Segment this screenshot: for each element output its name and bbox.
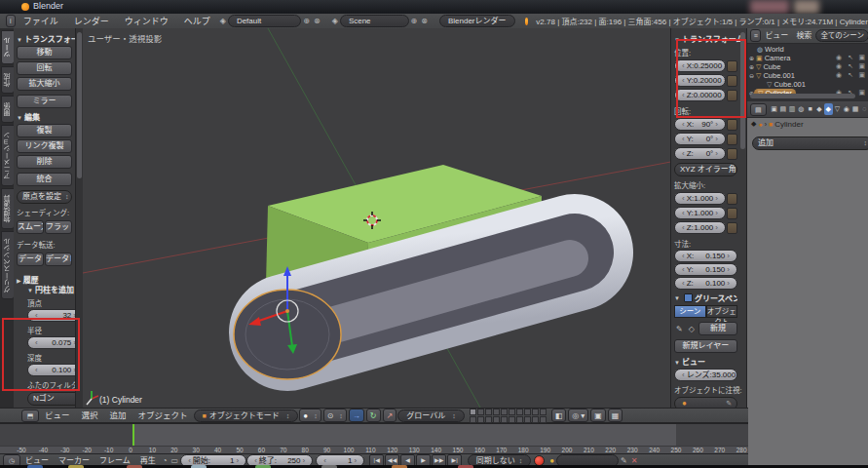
layer-cell[interactable] — [493, 409, 500, 415]
new-layer-button[interactable]: 新規レイヤー — [674, 339, 737, 353]
layer-cell[interactable] — [477, 409, 484, 415]
layer-cell[interactable] — [470, 416, 476, 423]
hide-icon[interactable]: ◉ — [836, 71, 842, 79]
toolshelf-tab-physics[interactable]: 物理演算 — [1, 188, 15, 229]
expand-icon[interactable]: ⊕ — [749, 55, 754, 61]
grease-pencil-header[interactable]: ▼グリースペンシルレイ — [674, 292, 737, 303]
toolshelf-tab-tools[interactable]: ツール — [1, 30, 15, 64]
toolshelf-tab-grease-pencil[interactable]: グリースペンシル — [1, 231, 15, 299]
add-cylinder-header[interactable]: ▼円柱を追加 — [27, 284, 76, 294]
translate-button[interactable]: 移動 — [17, 46, 72, 59]
render-restrict-icon[interactable]: ▣ — [858, 62, 865, 70]
view-menu[interactable]: ビュー — [39, 409, 76, 422]
layer-cell[interactable] — [485, 416, 492, 423]
edit-panel-header[interactable]: ▼編集 — [17, 111, 72, 122]
snap-toggle[interactable]: ◎▾ — [568, 409, 588, 422]
set-origin-select[interactable]: 原点を設定↕ — [17, 190, 72, 204]
grease-object-tab[interactable]: オブジェクト — [706, 305, 738, 318]
location-y-field[interactable]: Y:0.20000 — [674, 74, 726, 87]
frame-lock-icon[interactable]: ▭ — [170, 456, 181, 465]
layer-cell[interactable] — [516, 416, 523, 423]
properties-editor-icon[interactable]: ▤ — [750, 103, 767, 116]
render-restrict-icon[interactable]: ▣ — [858, 54, 865, 61]
outliner-view-menu[interactable]: ビュー — [761, 29, 792, 43]
shading-select[interactable]: ●↕ — [299, 409, 321, 422]
scale-button[interactable]: 拡大縮小 — [17, 77, 72, 91]
outliner-display-select[interactable]: 全てのシーン — [815, 29, 868, 42]
lock-icon[interactable] — [727, 134, 737, 145]
object-tab-icon[interactable]: ■ — [806, 103, 814, 115]
scene-icon[interactable]: ◈ — [330, 17, 340, 25]
timeline-editor[interactable]: -50-40-30-20-100102030405060708090100110… — [0, 423, 748, 466]
npanel-scrollbar[interactable] — [740, 32, 745, 149]
outliner-editor-icon[interactable]: ≡ — [750, 29, 761, 42]
layer-cell[interactable] — [532, 416, 539, 423]
grease-scene-tab[interactable]: シーン — [674, 305, 706, 318]
layer-cell[interactable] — [501, 416, 508, 423]
outliner-item-cube001-data[interactable]: ▽Cube.001 — [749, 80, 867, 89]
rotation-x-field[interactable]: X:90° — [674, 118, 726, 131]
editor-type-icon[interactable]: i — [6, 15, 16, 27]
menu-render[interactable]: レンダー — [66, 15, 117, 28]
modifiers-tab-icon[interactable]: ◆ — [824, 103, 833, 115]
orientation-select[interactable]: グローバル↕ — [397, 410, 464, 422]
layer-cell[interactable] — [540, 409, 547, 415]
location-x-field[interactable]: X:0.25000 — [674, 59, 726, 72]
render-opengl-anim-button[interactable]: ▦ — [608, 409, 623, 422]
select-menu[interactable]: 選択 — [76, 409, 104, 422]
outliner-item-cube[interactable]: ⊕▽Cube ◉↖▣ — [749, 62, 867, 71]
mirror-button[interactable]: ミラー — [17, 95, 72, 108]
delete-button[interactable]: 削除 — [17, 155, 72, 169]
mode-select[interactable]: ■オブジェクトモード↕ — [194, 410, 299, 422]
scene-select[interactable]: Scene — [340, 15, 409, 27]
layer-cell[interactable] — [540, 416, 547, 423]
hide-icon[interactable]: ◉ — [836, 54, 842, 61]
outliner-item-world[interactable]: ◍World — [749, 45, 867, 54]
lock-icon[interactable] — [727, 119, 737, 131]
shade-smooth-button[interactable]: スムーズ — [17, 220, 44, 234]
lock-icon[interactable] — [727, 90, 737, 101]
layer-cell[interactable] — [509, 409, 515, 415]
rotation-y-field[interactable]: Y:0° — [674, 133, 726, 145]
grease-pencil-checkbox[interactable] — [684, 293, 693, 302]
screen-layout-select[interactable]: Default — [228, 15, 301, 27]
material-tab-icon[interactable]: ◉ — [842, 103, 850, 115]
lock-icon[interactable] — [727, 60, 737, 72]
outliner-item-cube001[interactable]: ⊖▽Cube.001 ◉↖▣ — [749, 71, 867, 80]
outliner-item-camera[interactable]: ⊕▣Camera ◉↖▣ — [749, 54, 867, 62]
dimension-y-field[interactable]: Y:0.150 — [674, 263, 737, 276]
preview-range-icon[interactable]: ◔ — [161, 456, 170, 465]
delete-keyframe-icon[interactable]: ✕ — [629, 456, 640, 465]
duplicate-linked-button[interactable]: リンク複製 — [17, 139, 72, 153]
remove-scene-icon[interactable]: ⊗ — [419, 17, 430, 25]
insert-keyframe-icon[interactable]: ✎ — [619, 456, 629, 465]
render-tab-icon[interactable]: ▣ — [770, 103, 778, 115]
selectable-icon[interactable]: ↖ — [848, 62, 853, 70]
data-layout-transfer-button[interactable]: データレ — [45, 253, 72, 266]
lock-mode-toggle[interactable]: ◧ — [551, 409, 567, 422]
toolshelf-tab-create[interactable]: 作成 — [1, 66, 15, 94]
layer-cell[interactable] — [532, 409, 539, 415]
add-layout-icon[interactable]: ⊕ — [301, 17, 312, 25]
world-tab-icon[interactable]: ◍ — [797, 103, 806, 115]
viewport-editor-icon[interactable]: ⬒ — [21, 410, 39, 422]
layer-cell[interactable] — [524, 416, 531, 423]
lock-icon[interactable] — [727, 222, 737, 234]
constraints-tab-icon[interactable]: ◆ — [814, 103, 823, 115]
add-scene-icon[interactable]: ⊕ — [409, 17, 420, 25]
dimension-z-field[interactable]: Z:0.100 — [674, 277, 737, 290]
lock-icon[interactable] — [727, 148, 737, 160]
add-menu[interactable]: 追加 — [104, 409, 132, 422]
data-transfer-button[interactable]: データ — [17, 253, 44, 266]
collapse-icon[interactable]: ⊖ — [749, 72, 754, 79]
toolshelf-tab-relations[interactable]: 関係 — [1, 96, 15, 123]
layer-cell[interactable] — [477, 416, 484, 423]
layer-cell[interactable] — [516, 409, 523, 415]
layers-widget-bottom[interactable] — [470, 416, 547, 423]
screen-layout-icon[interactable]: ◈ — [218, 17, 228, 25]
layers-widget-top[interactable] — [470, 409, 547, 415]
window-titlebar[interactable]: Blender — [0, 0, 868, 14]
view-panel-header[interactable]: ▼ビュー — [674, 356, 737, 367]
grease-new-button[interactable]: 新規 — [698, 322, 737, 335]
menu-file[interactable]: ファイル — [16, 15, 66, 28]
